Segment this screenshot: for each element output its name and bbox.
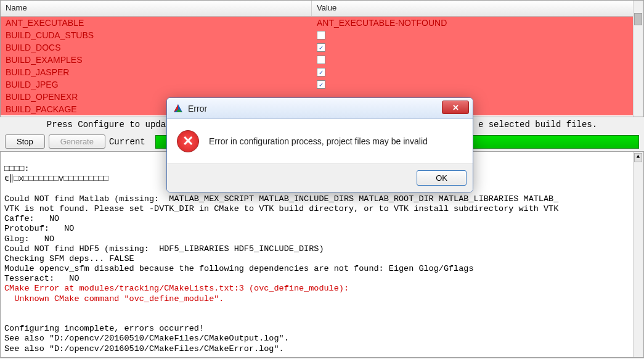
- config-name: BUILD_CUDA_STUBS: [1, 30, 312, 40]
- log-line: Could NOT find HDF5 (missing: HDF5_LIBRA…: [4, 244, 324, 254]
- generate-button: Generate: [49, 134, 105, 149]
- config-value[interactable]: [312, 31, 643, 39]
- table-row[interactable]: BUILD_JPEG✓: [1, 78, 643, 91]
- log-line: ϵ∥□x□□□□□□□v□□□□□□□□□: [4, 174, 108, 183]
- table-row[interactable]: BUILD_CUDA_STUBS: [1, 29, 643, 41]
- config-name: BUILD_JPEG: [1, 80, 312, 89]
- log-line: Checking SFM deps... FALSE: [4, 254, 134, 263]
- error-dialog: Error ✕ ✕ Error in configuration process…: [166, 97, 473, 192]
- log-line: Tesseract: NO: [4, 274, 79, 283]
- config-value[interactable]: ✓: [312, 43, 643, 52]
- config-value[interactable]: ✓: [312, 80, 643, 89]
- close-button[interactable]: ✕: [442, 101, 469, 114]
- config-name: BUILD_DOCS: [1, 43, 312, 52]
- table-row[interactable]: BUILD_EXAMPLES: [1, 54, 643, 66]
- stop-button[interactable]: Stop: [5, 134, 45, 149]
- log-error-line: Unknown CMake command "ovc_define_module…: [4, 294, 224, 303]
- config-value[interactable]: ✓: [312, 68, 643, 76]
- log-line: Protobuf: NO: [4, 224, 74, 233]
- close-icon: ✕: [452, 103, 459, 112]
- checkbox[interactable]: [317, 56, 325, 64]
- log-line: Could NOT find Matlab (missing: MATLAB_M…: [4, 194, 558, 204]
- log-line: □□□□:: [4, 164, 30, 173]
- log-line: VTK is not found. Please set -DVTK_DIR i…: [4, 204, 558, 213]
- dialog-message: Error in configuration process, project …: [209, 136, 428, 146]
- checkbox[interactable]: ✓: [317, 43, 325, 52]
- log-line: Configuring incomplete, errors occurred!: [4, 324, 204, 333]
- config-value[interactable]: [312, 56, 643, 64]
- log-line: See also "D:/opencv/20160510/CMakeFiles/…: [4, 334, 289, 343]
- dialog-title-text: Error: [188, 104, 207, 113]
- table-row[interactable]: BUILD_JASPER✓: [1, 66, 643, 78]
- status-text-right: e selected build files.: [478, 120, 597, 130]
- dialog-footer: OK: [167, 163, 473, 192]
- config-value[interactable]: ANT_EXECUTABLE-NOTFOUND: [312, 18, 643, 28]
- scroll-thumb[interactable]: [634, 13, 642, 25]
- checkbox[interactable]: [317, 31, 325, 39]
- checkbox[interactable]: ✓: [317, 68, 325, 76]
- scroll-up-arrow[interactable]: ▲: [634, 153, 642, 162]
- dialog-body: ✕ Error in configuration process, projec…: [167, 119, 473, 163]
- status-text-left: Press Configure to upda: [47, 120, 166, 130]
- current-generator-label: Current: [109, 137, 145, 147]
- config-name: ANT_EXECUTABLE: [1, 18, 312, 28]
- log-line: Caffe: NO: [4, 214, 59, 223]
- log-scrollbar[interactable]: ▲: [633, 152, 643, 357]
- log-error-line: CMake Error at modules/tracking/CMakeLis…: [4, 284, 349, 293]
- ok-button[interactable]: OK: [417, 170, 467, 186]
- checkbox[interactable]: ✓: [317, 80, 325, 89]
- table-scrollbar[interactable]: [633, 1, 643, 117]
- table-row[interactable]: BUILD_DOCS✓: [1, 41, 643, 54]
- dialog-titlebar[interactable]: Error ✕: [167, 98, 473, 119]
- table-row[interactable]: ANT_EXECUTABLEANT_EXECUTABLE-NOTFOUND: [1, 17, 643, 29]
- log-line: Module opencv_sfm disabled because the f…: [4, 264, 474, 273]
- cmake-icon: [173, 104, 183, 113]
- table-header: Name Value: [1, 1, 643, 17]
- config-name: BUILD_JASPER: [1, 67, 312, 77]
- column-header-value[interactable]: Value: [312, 1, 643, 16]
- config-name: BUILD_EXAMPLES: [1, 55, 312, 65]
- log-line: Glog: NO: [4, 234, 54, 244]
- log-line: See also "D:/opencv/20160510/CMakeFiles/…: [4, 344, 284, 353]
- column-header-name[interactable]: Name: [1, 1, 312, 16]
- error-icon: ✕: [177, 130, 199, 152]
